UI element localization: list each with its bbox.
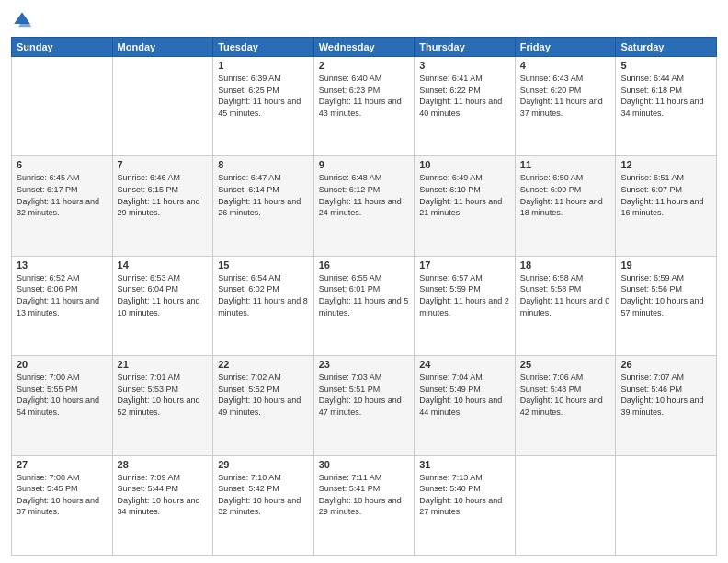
day-number: 15 [218, 259, 309, 270]
day-content: Sunrise: 6:53 AM Sunset: 6:04 PM Dayligh… [118, 272, 209, 318]
day-content: Sunrise: 7:10 AM Sunset: 5:42 PM Dayligh… [218, 472, 309, 518]
day-number: 4 [520, 60, 611, 71]
day-content: Sunrise: 7:04 AM Sunset: 5:49 PM Dayligh… [419, 372, 510, 418]
calendar-cell: 15Sunrise: 6:54 AM Sunset: 6:02 PM Dayli… [213, 256, 314, 355]
calendar-cell: 12Sunrise: 6:51 AM Sunset: 6:07 PM Dayli… [616, 156, 717, 256]
day-content: Sunrise: 6:44 AM Sunset: 6:18 PM Dayligh… [620, 73, 711, 119]
day-number: 20 [17, 359, 108, 370]
day-content: Sunrise: 6:55 AM Sunset: 6:01 PM Dayligh… [319, 272, 410, 318]
day-content: Sunrise: 7:03 AM Sunset: 5:51 PM Dayligh… [319, 372, 410, 418]
calendar-cell: 25Sunrise: 7:06 AM Sunset: 5:48 PM Dayli… [515, 356, 616, 455]
day-number: 29 [218, 459, 309, 470]
calendar-header-sunday: Sunday [12, 38, 113, 57]
calendar-cell: 18Sunrise: 6:58 AM Sunset: 5:58 PM Dayli… [515, 256, 616, 355]
calendar-cell: 10Sunrise: 6:49 AM Sunset: 6:10 PM Dayli… [415, 156, 516, 256]
calendar-week-2: 6Sunrise: 6:45 AM Sunset: 6:17 PM Daylig… [12, 156, 717, 256]
day-number: 14 [118, 259, 209, 270]
day-number: 7 [118, 159, 209, 170]
calendar-week-1: 1Sunrise: 6:39 AM Sunset: 6:25 PM Daylig… [12, 57, 717, 156]
day-number: 28 [118, 459, 209, 470]
calendar-week-4: 20Sunrise: 7:00 AM Sunset: 5:55 PM Dayli… [12, 356, 717, 455]
day-content: Sunrise: 6:49 AM Sunset: 6:10 PM Dayligh… [419, 172, 510, 218]
day-content: Sunrise: 6:40 AM Sunset: 6:23 PM Dayligh… [319, 73, 410, 119]
day-content: Sunrise: 6:51 AM Sunset: 6:07 PM Dayligh… [620, 172, 711, 218]
day-number: 17 [419, 259, 510, 270]
calendar-cell: 3Sunrise: 6:41 AM Sunset: 6:22 PM Daylig… [415, 57, 516, 156]
calendar-cell: 6Sunrise: 6:45 AM Sunset: 6:17 PM Daylig… [12, 156, 113, 256]
day-content: Sunrise: 7:02 AM Sunset: 5:52 PM Dayligh… [218, 372, 309, 418]
day-number: 21 [118, 359, 209, 370]
day-number: 26 [620, 359, 711, 370]
calendar-cell: 13Sunrise: 6:52 AM Sunset: 6:06 PM Dayli… [12, 256, 113, 355]
day-number: 3 [419, 60, 510, 71]
calendar-week-5: 27Sunrise: 7:08 AM Sunset: 5:45 PM Dayli… [12, 455, 717, 555]
day-content: Sunrise: 6:57 AM Sunset: 5:59 PM Dayligh… [419, 272, 510, 318]
calendar-cell [515, 455, 616, 555]
calendar-body: 1Sunrise: 6:39 AM Sunset: 6:25 PM Daylig… [12, 57, 717, 556]
day-number: 31 [419, 459, 510, 470]
day-content: Sunrise: 6:54 AM Sunset: 6:02 PM Dayligh… [218, 272, 309, 318]
calendar-cell: 16Sunrise: 6:55 AM Sunset: 6:01 PM Dayli… [313, 256, 415, 355]
day-content: Sunrise: 6:50 AM Sunset: 6:09 PM Dayligh… [520, 172, 611, 218]
calendar-cell: 17Sunrise: 6:57 AM Sunset: 5:59 PM Dayli… [415, 256, 516, 355]
calendar-cell: 26Sunrise: 7:07 AM Sunset: 5:46 PM Dayli… [616, 356, 717, 455]
day-number: 16 [319, 259, 410, 270]
calendar-cell: 7Sunrise: 6:46 AM Sunset: 6:15 PM Daylig… [112, 156, 213, 256]
day-content: Sunrise: 6:46 AM Sunset: 6:15 PM Dayligh… [118, 172, 209, 218]
day-number: 10 [419, 159, 510, 170]
calendar-week-3: 13Sunrise: 6:52 AM Sunset: 6:06 PM Dayli… [12, 256, 717, 355]
calendar-cell: 14Sunrise: 6:53 AM Sunset: 6:04 PM Dayli… [112, 256, 213, 355]
calendar-cell [616, 455, 717, 555]
logo [11, 9, 35, 31]
day-content: Sunrise: 7:00 AM Sunset: 5:55 PM Dayligh… [17, 372, 108, 418]
calendar-cell: 1Sunrise: 6:39 AM Sunset: 6:25 PM Daylig… [213, 57, 314, 156]
calendar-cell: 28Sunrise: 7:09 AM Sunset: 5:44 PM Dayli… [112, 455, 213, 555]
day-content: Sunrise: 6:43 AM Sunset: 6:20 PM Dayligh… [520, 73, 611, 119]
day-content: Sunrise: 6:48 AM Sunset: 6:12 PM Dayligh… [319, 172, 410, 218]
day-content: Sunrise: 6:39 AM Sunset: 6:25 PM Dayligh… [218, 73, 309, 119]
day-number: 23 [319, 359, 410, 370]
day-number: 18 [520, 259, 611, 270]
calendar-cell: 31Sunrise: 7:13 AM Sunset: 5:40 PM Dayli… [415, 455, 516, 555]
day-content: Sunrise: 7:06 AM Sunset: 5:48 PM Dayligh… [520, 372, 611, 418]
day-content: Sunrise: 7:07 AM Sunset: 5:46 PM Dayligh… [620, 372, 711, 418]
day-number: 11 [520, 159, 611, 170]
day-number: 2 [319, 60, 410, 71]
day-number: 22 [218, 359, 309, 370]
day-content: Sunrise: 7:11 AM Sunset: 5:41 PM Dayligh… [319, 472, 410, 518]
calendar-cell: 11Sunrise: 6:50 AM Sunset: 6:09 PM Dayli… [515, 156, 616, 256]
page-header [11, 9, 717, 31]
calendar-header-friday: Friday [515, 38, 616, 57]
calendar-header-thursday: Thursday [415, 38, 516, 57]
calendar-cell: 21Sunrise: 7:01 AM Sunset: 5:53 PM Dayli… [112, 356, 213, 455]
calendar-cell: 19Sunrise: 6:59 AM Sunset: 5:56 PM Dayli… [616, 256, 717, 355]
calendar-cell [112, 57, 213, 156]
calendar-cell: 4Sunrise: 6:43 AM Sunset: 6:20 PM Daylig… [515, 57, 616, 156]
calendar-cell: 22Sunrise: 7:02 AM Sunset: 5:52 PM Dayli… [213, 356, 314, 455]
day-number: 27 [17, 459, 108, 470]
day-content: Sunrise: 6:59 AM Sunset: 5:56 PM Dayligh… [620, 272, 711, 318]
day-number: 6 [17, 159, 108, 170]
day-number: 13 [17, 259, 108, 270]
day-content: Sunrise: 6:45 AM Sunset: 6:17 PM Dayligh… [17, 172, 108, 218]
day-number: 5 [620, 60, 711, 71]
day-content: Sunrise: 7:08 AM Sunset: 5:45 PM Dayligh… [17, 472, 108, 518]
calendar-header-wednesday: Wednesday [313, 38, 415, 57]
day-content: Sunrise: 7:01 AM Sunset: 5:53 PM Dayligh… [118, 372, 209, 418]
day-number: 25 [520, 359, 611, 370]
day-number: 9 [319, 159, 410, 170]
day-content: Sunrise: 6:58 AM Sunset: 5:58 PM Dayligh… [520, 272, 611, 318]
day-number: 8 [218, 159, 309, 170]
day-number: 12 [620, 159, 711, 170]
day-number: 1 [218, 60, 309, 71]
calendar-header-monday: Monday [112, 38, 213, 57]
logo-icon [11, 9, 33, 31]
day-number: 30 [319, 459, 410, 470]
calendar-cell [12, 57, 113, 156]
calendar-table: SundayMondayTuesdayWednesdayThursdayFrid… [11, 37, 717, 556]
calendar-cell: 9Sunrise: 6:48 AM Sunset: 6:12 PM Daylig… [313, 156, 415, 256]
calendar-cell: 30Sunrise: 7:11 AM Sunset: 5:41 PM Dayli… [313, 455, 415, 555]
calendar-header-saturday: Saturday [616, 38, 717, 57]
day-content: Sunrise: 7:13 AM Sunset: 5:40 PM Dayligh… [419, 472, 510, 518]
calendar-cell: 5Sunrise: 6:44 AM Sunset: 6:18 PM Daylig… [616, 57, 717, 156]
